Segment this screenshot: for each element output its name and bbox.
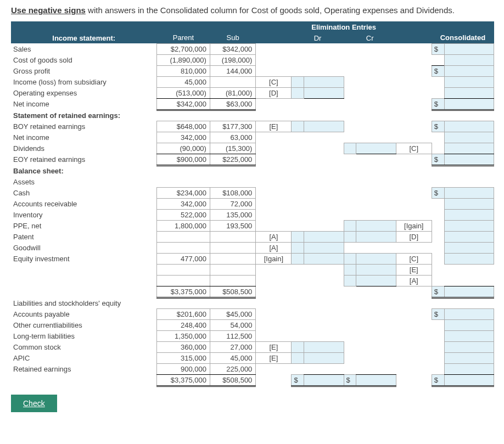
blank2-cr-input[interactable] [356,275,396,286]
elimination-header: Elimination Entries [256,21,432,32]
sales-cons-input[interactable] [444,43,494,54]
check-button[interactable]: Check [11,395,57,412]
boyre-cons-input[interactable] [444,121,494,132]
lse-label: Liabilities and stockholders' equity [11,297,156,308]
row-patent: Patent [A] [D] [11,231,494,242]
row-total-assets: $3,375,000 $508,500 $ [11,286,494,297]
eoyre-cons-input[interactable] [444,154,494,165]
row-equity-inv: Equity investment 477,000 [Igain] [C] [11,253,494,264]
re3-cons-input[interactable] [444,363,494,374]
assets-label: Assets [11,176,156,187]
gw-cons-input[interactable] [444,242,494,253]
opex-dr-input[interactable] [304,87,344,98]
eqinv-cr-input[interactable] [356,253,396,264]
ar-cons-input[interactable] [444,198,494,209]
cash-cons-input[interactable] [444,187,494,198]
row-ap: Accounts payable $201,600 $45,000 $ [11,308,494,319]
row-boy-re: BOY retained earnings $648,000 $177,300 … [11,121,494,132]
row-gross-profit: Gross profit 810,000 144,000 $ [11,65,494,76]
gw-dr-input[interactable] [304,242,344,253]
row-inventory: Inventory 522,000 135,000 [11,209,494,220]
row-opex: Operating expenses (513,000) (81,000) [D… [11,87,494,98]
sales-cons-sym: $ [432,43,444,54]
col-parent: Parent [156,32,210,43]
row-blank2: [A] [11,275,494,286]
col-dr: Dr [292,32,344,43]
instruction-text: Use negative signs with answers in the C… [11,5,493,15]
ap-cons-input[interactable] [444,308,494,319]
ni2-cons-input[interactable] [444,132,494,143]
inv-cons-input[interactable] [444,209,494,220]
gp-cons-input[interactable] [444,65,494,76]
col-sub: Sub [210,32,255,43]
incsub-cons-input[interactable] [444,76,494,87]
row-ni2: Net income 342,000 63,000 [11,132,494,143]
tot2-dr-input[interactable] [304,374,344,386]
div-cr-input[interactable] [356,143,396,154]
worksheet-table: Elimination Entries Income statement: Pa… [11,21,494,387]
row-retained-earnings: Retained earnings 900,000 225,000 [11,363,494,374]
eqinv-dr-input[interactable] [304,253,344,264]
apic-dr-input[interactable] [304,352,344,363]
row-sales: Sales $2,700,000 $342,000 $ [11,43,494,54]
row-cash: Cash $234,000 $108,000 $ [11,187,494,198]
ni-cons-input[interactable] [444,98,494,110]
row-cogs: Cost of goods sold (1,890,000) (198,000) [11,54,494,65]
div-cons-input[interactable] [444,143,494,154]
row-ltl: Long-term liabilities 1,350,000 112,500 [11,330,494,341]
row-goodwill: Goodwill [A] [11,242,494,253]
cogs-cons-input[interactable] [444,54,494,65]
patent-cons-input[interactable] [444,231,494,242]
patent-dr-input[interactable] [304,231,344,242]
row-blank1: [E] [11,264,494,275]
apic-cons-input[interactable] [444,352,494,363]
ocl-cons-input[interactable] [444,319,494,330]
row-net-income: Net income $342,000 $63,000 $ [11,98,494,110]
row-ar: Accounts receivable 342,000 72,000 [11,198,494,209]
eqinv-cons-input[interactable] [444,253,494,264]
sre-header: Statement of retained earnings: [11,110,156,121]
opex-cons-input[interactable] [444,87,494,98]
cs-cons-input[interactable] [444,341,494,352]
blank1-cr-input[interactable] [356,264,396,275]
ppe-cr-input[interactable] [356,220,396,231]
bs-header: Balance sheet: [11,165,156,176]
patent-cr-input[interactable] [356,231,396,242]
tot2-cr-input[interactable] [356,374,396,386]
ltl-cons-input[interactable] [444,330,494,341]
ppe-cons-input[interactable] [444,220,494,231]
totassets-cons-input[interactable] [444,286,494,297]
tot2-cons-input[interactable] [444,374,494,386]
row-ocl: Other currentliabilities 248,400 54,000 [11,319,494,330]
row-ppe: PPE, net 1,800,000 193,500 [Igain] [11,220,494,231]
cs-dr-input[interactable] [304,341,344,352]
row-total-lse: $3,375,000 $508,500 $ $ $ [11,374,494,386]
row-dividends: Dividends (90,000) (15,300) [C] [11,143,494,154]
col-consolidated: Consolidated [432,32,494,43]
row-apic: APIC 315,000 45,000 [E] [11,352,494,363]
row-income-subsidiary: Income (loss) from subsidiary 45,000 [C] [11,76,494,87]
col-cr: Cr [344,32,396,43]
boyre-dr-input[interactable] [304,121,344,132]
col-income-stmt: Income statement: [11,32,156,43]
row-cs: Common stock 360,000 27,000 [E] [11,341,494,352]
row-eoy-re: EOY retained earnings $900,000 $225,000 … [11,154,494,165]
incsub-dr-input[interactable] [304,76,344,87]
